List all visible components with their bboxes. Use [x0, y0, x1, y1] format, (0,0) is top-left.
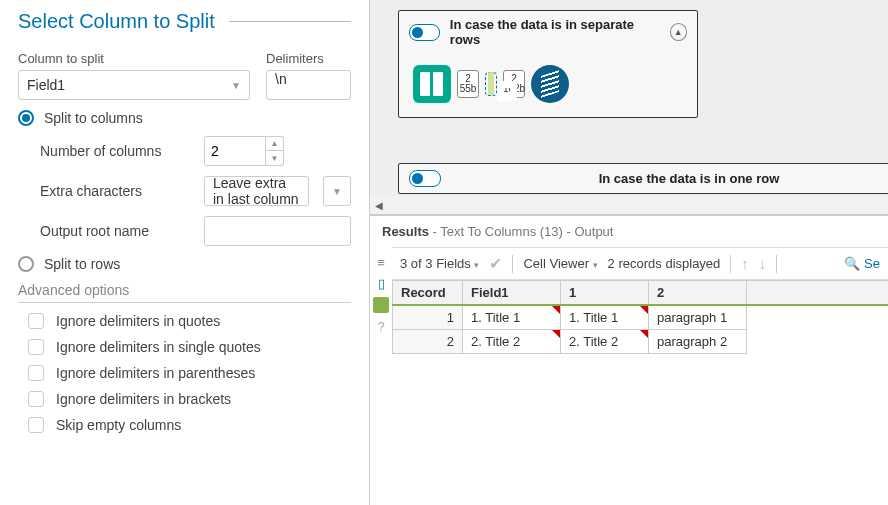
rootname-label: Output root name	[40, 223, 190, 239]
scroll-left-icon[interactable]: ◀	[370, 196, 388, 214]
table-header-row: Record Field1 1 2	[393, 281, 889, 306]
separator	[776, 255, 777, 273]
extra-value: Leave extra in last column	[213, 175, 300, 207]
extra-dropdown-btn[interactable]: ▼	[323, 176, 351, 206]
text-to-columns-tool-icon[interactable]	[488, 72, 494, 95]
rootname-input[interactable]	[204, 216, 351, 246]
separator	[730, 255, 731, 273]
cell[interactable]: 1. Title 1	[561, 305, 649, 330]
col-header[interactable]: 2	[649, 281, 747, 306]
selected-tool-halo	[485, 72, 497, 96]
help-icon[interactable]: ?	[377, 319, 384, 334]
search-input[interactable]: 🔍Se	[844, 256, 880, 271]
chk-skip-empty[interactable]: Skip empty columns	[28, 417, 351, 433]
radio-dot-off-icon	[18, 256, 34, 272]
chevron-down-icon: ▼	[231, 80, 241, 91]
column-select[interactable]: Field1 ▼	[18, 70, 250, 100]
fields-dropdown[interactable]: 3 of 3 Fields ▾	[400, 256, 479, 271]
extra-select[interactable]: Leave extra in last column	[204, 176, 309, 206]
delim-value: \n	[275, 71, 287, 87]
meta-icon[interactable]: ▯	[378, 276, 385, 291]
cell[interactable]: 2	[393, 330, 463, 354]
results-table[interactable]: Record Field1 1 2 1 1. Title 1 1. Title …	[392, 280, 888, 354]
step-up-icon[interactable]: ▲	[266, 136, 284, 151]
arrow-down-icon[interactable]: ↓	[759, 255, 767, 272]
cell[interactable]: 1	[393, 305, 463, 330]
checkbox-icon	[28, 339, 44, 355]
collapse-up-icon[interactable]: ▲	[670, 23, 687, 41]
chk-brackets[interactable]: Ignore delimiters in brackets	[28, 391, 351, 407]
numcols-stepper[interactable]: ▲ ▼	[204, 136, 284, 166]
panel-title: Select Column to Split	[18, 10, 215, 33]
step-down-icon[interactable]: ▼	[266, 151, 284, 166]
right-area: In case the data is in separate rows ▲ 2…	[370, 0, 888, 505]
results-title: Results	[382, 224, 429, 239]
chk-single-quotes[interactable]: Ignore delimiters in single quotes	[28, 339, 351, 355]
checkbox-label: Ignore delimiters in brackets	[56, 391, 231, 407]
col-header[interactable]: 1	[561, 281, 649, 306]
title-divider	[229, 21, 351, 22]
text-input-tool-icon[interactable]	[413, 65, 451, 103]
col-header[interactable]: Record	[393, 281, 463, 306]
advanced-divider	[18, 302, 351, 303]
separator	[512, 255, 513, 273]
cell[interactable]: paragraph 1	[649, 305, 747, 330]
cell[interactable]: paragraph 2	[649, 330, 747, 354]
table-row[interactable]: 2 2. Title 2 2. Title 2 paragraph 2	[393, 330, 889, 354]
checkbox-label: Ignore delimiters in quotes	[56, 313, 220, 329]
horizontal-scrollbar[interactable]: ◀	[370, 196, 888, 214]
cell[interactable]: 2. Title 2	[463, 330, 561, 354]
column-label: Column to split	[18, 51, 250, 66]
search-icon: 🔍	[844, 256, 860, 271]
cellviewer-dropdown[interactable]: Cell Viewer ▾	[523, 256, 597, 271]
results-panel: Results - Text To Columns (13) - Output …	[370, 215, 888, 505]
radio-label: Split to rows	[44, 256, 120, 272]
checkbox-icon	[28, 313, 44, 329]
toggle-on-icon[interactable]	[409, 24, 440, 41]
connection-anchor[interactable]: 2 55b	[457, 70, 479, 98]
active-output-icon[interactable]	[373, 297, 389, 313]
toggle-on-icon[interactable]	[409, 170, 441, 187]
cell[interactable]: 2. Title 2	[561, 330, 649, 354]
delim-label: Delimiters	[266, 51, 351, 66]
radio-split-rows[interactable]: Split to rows	[18, 256, 351, 272]
record-count: 2 records displayed	[608, 256, 721, 271]
checkbox-label: Ignore delimiters in parentheses	[56, 365, 255, 381]
col-header-spacer	[747, 281, 889, 306]
column-value: Field1	[27, 77, 65, 93]
results-toolbar: 3 of 3 Fields ▾ ✔ Cell Viewer ▾ 2 record…	[392, 247, 888, 280]
radio-split-columns[interactable]: Split to columns	[18, 110, 351, 126]
checkbox-icon	[28, 417, 44, 433]
arrow-up-icon[interactable]: ↑	[741, 255, 749, 272]
chk-quotes[interactable]: Ignore delimiters in quotes	[28, 313, 351, 329]
checkbox-icon	[28, 365, 44, 381]
container-title: In case the data is in separate rows	[450, 17, 660, 47]
cell[interactable]: 1. Title 1	[463, 305, 561, 330]
delim-input[interactable]: \n	[266, 70, 351, 100]
radio-label: Split to columns	[44, 110, 143, 126]
checkbox-label: Ignore delimiters in single quotes	[56, 339, 261, 355]
numcols-input[interactable]	[204, 136, 266, 166]
workflow-canvas[interactable]: In case the data is in separate rows ▲ 2…	[370, 0, 888, 215]
list-icon[interactable]: ≡	[377, 255, 385, 270]
checkbox-icon	[28, 391, 44, 407]
checkbox-label: Skip empty columns	[56, 417, 181, 433]
chk-parentheses[interactable]: Ignore delimiters in parentheses	[28, 365, 351, 381]
check-icon[interactable]: ✔	[489, 254, 502, 273]
container-one-row[interactable]: In case the data is in one row	[398, 163, 888, 194]
browse-tool-icon[interactable]	[531, 65, 569, 103]
extra-label: Extra characters	[40, 183, 190, 199]
table-row[interactable]: 1 1. Title 1 1. Title 1 paragraph 1	[393, 305, 889, 330]
chevron-down-icon: ▼	[332, 186, 342, 197]
container-title: In case the data is in one row	[451, 171, 888, 186]
radio-dot-on-icon	[18, 110, 34, 126]
col-header[interactable]: Field1	[463, 281, 561, 306]
numcols-label: Number of columns	[40, 143, 190, 159]
results-subtitle: - Text To Columns (13) - Output	[429, 224, 613, 239]
config-panel: Select Column to Split Column to split F…	[0, 0, 370, 505]
results-leftbar: ≡ ▯ ?	[370, 247, 392, 354]
container-separate-rows[interactable]: In case the data is in separate rows ▲ 2…	[398, 10, 698, 118]
advanced-heading: Advanced options	[18, 282, 351, 298]
